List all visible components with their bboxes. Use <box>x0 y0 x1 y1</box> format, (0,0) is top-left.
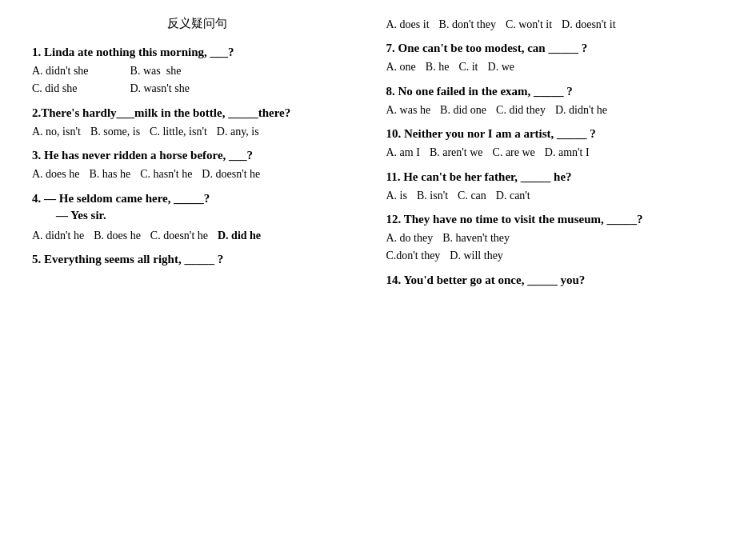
page-title: 反义疑问句 <box>32 16 362 31</box>
q10-opt-c: C. are we <box>493 144 535 162</box>
q1-options: A. didn't she B. was she C. did she D. w… <box>32 62 362 98</box>
q10-opt-b: B. aren't we <box>430 144 483 162</box>
q8-stem: 8. No one failed in the exam, _____ ? <box>386 85 725 98</box>
q3-stem: 3. He has never ridden a horse before, _… <box>32 149 362 162</box>
q4-stem: 4. — He seldom came here, _____? <box>32 192 362 206</box>
q4-opt-d: D. did he <box>218 227 261 245</box>
q3-opt-d: D. doesn't he <box>202 166 260 183</box>
q14-stem: 14. You'd better go at once, _____ you? <box>386 273 725 287</box>
q11-opt-a: A. is <box>386 187 407 205</box>
q8-opt-a: A. was he <box>386 102 431 119</box>
q1-stem: 1. Linda ate nothing this morning, ___? <box>32 46 362 59</box>
q6-options-row: A. does it B. don't they C. won't it D. … <box>386 16 725 34</box>
question-3: 3. He has never ridden a horse before, _… <box>32 149 362 183</box>
q2-opt-d: D. any, is <box>217 123 259 141</box>
q1-opt-b: B. was she <box>130 62 182 80</box>
q6-opt-c: C. won't it <box>506 16 552 34</box>
question-7: 7. One can't be too modest, can _____ ? … <box>386 42 725 76</box>
q8-opt-d: D. didn't he <box>555 102 607 119</box>
question-10: 10. Neither you nor I am a artist, _____… <box>386 127 725 162</box>
question-8: 8. No one failed in the exam, _____ ? A.… <box>386 85 725 119</box>
q1-opt-a: A. didn't she <box>32 62 89 80</box>
q3-opt-a: A. does he <box>32 166 80 183</box>
question-1: 1. Linda ate nothing this morning, ___? … <box>32 46 362 98</box>
q6-opts: A. does it B. don't they C. won't it D. … <box>386 16 725 34</box>
q2-options: A. no, isn't B. some, is C. little, isn'… <box>32 123 362 141</box>
q12-opt-d: D. will they <box>450 247 503 265</box>
q8-opt-c: C. did they <box>496 102 546 119</box>
q6-opt-a: A. does it <box>386 16 430 34</box>
q7-opt-a: A. one <box>386 58 416 76</box>
question-12: 12. They have no time to visit the museu… <box>386 213 725 266</box>
q2-opt-c: C. little, isn't <box>150 123 207 141</box>
q12-opt-a: A. do they <box>386 230 434 247</box>
page: 反义疑问句 1. Linda ate nothing this morning,… <box>32 16 724 295</box>
q11-opt-d: D. can't <box>496 187 530 205</box>
right-column: A. does it B. don't they C. won't it D. … <box>378 16 725 295</box>
q10-stem: 10. Neither you nor I am a artist, _____… <box>386 127 725 141</box>
q2-opt-a: A. no, isn't <box>32 123 81 141</box>
q6-opt-d: D. doesn't it <box>562 16 615 34</box>
q7-opt-d: D. we <box>488 58 514 76</box>
q7-opt-b: B. he <box>426 58 450 76</box>
q8-opt-b: B. did one <box>440 102 486 119</box>
q12-opt-c: C.don't they <box>386 247 441 265</box>
q11-opt-c: C. can <box>458 187 486 205</box>
q10-opt-a: A. am I <box>386 144 420 162</box>
q2-opt-b: B. some, is <box>90 123 140 141</box>
q11-options: A. is B. isn't C. can D. can't <box>386 187 725 205</box>
q10-opt-d: D. amn't I <box>545 144 590 162</box>
question-5: 5. Everything seems all right, _____ ? <box>32 253 362 266</box>
q3-opt-c: C. hasn't he <box>140 166 192 183</box>
q12-opt-b: B. haven't they <box>442 230 510 247</box>
q4-dialog: — Yes sir. <box>56 209 362 222</box>
q4-opt-c: C. doesn't he <box>150 227 208 245</box>
q7-options: A. one B. he C. it D. we <box>386 58 725 76</box>
q3-options: A. does he B. has he C. hasn't he D. doe… <box>32 166 362 183</box>
q12-stem: 12. They have no time to visit the museu… <box>386 213 725 226</box>
q11-stem: 11. He can't be her father, _____ he? <box>386 170 725 184</box>
q4-options: A. didn't he B. does he C. doesn't he D.… <box>32 227 362 245</box>
question-4: 4. — He seldom came here, _____? — Yes s… <box>32 192 362 245</box>
q12-options: A. do they B. haven't they C.don't they … <box>386 230 725 266</box>
q4-opt-a: A. didn't he <box>32 227 84 245</box>
q7-opt-c: C. it <box>458 58 478 76</box>
question-2: 2.There's hardly___milk in the bottle, _… <box>32 106 362 141</box>
q11-opt-b: B. isn't <box>417 187 448 205</box>
q1-opt-c: C. did she <box>32 80 77 98</box>
q4-opt-b: B. does he <box>94 227 141 245</box>
q5-stem: 5. Everything seems all right, _____ ? <box>32 253 362 266</box>
question-14: 14. You'd better go at once, _____ you? <box>386 273 725 287</box>
q10-options: A. am I B. aren't we C. are we D. amn't … <box>386 144 725 162</box>
q6-opt-b: B. don't they <box>439 16 496 34</box>
q8-options: A. was he B. did one C. did they D. didn… <box>386 102 725 119</box>
left-column: 反义疑问句 1. Linda ate nothing this morning,… <box>32 16 378 295</box>
q1-opt-d: D. wasn't she <box>130 80 189 98</box>
q2-stem: 2.There's hardly___milk in the bottle, _… <box>32 106 362 120</box>
question-11: 11. He can't be her father, _____ he? A.… <box>386 170 725 205</box>
q7-stem: 7. One can't be too modest, can _____ ? <box>386 42 725 55</box>
q3-opt-b: B. has he <box>90 166 131 183</box>
